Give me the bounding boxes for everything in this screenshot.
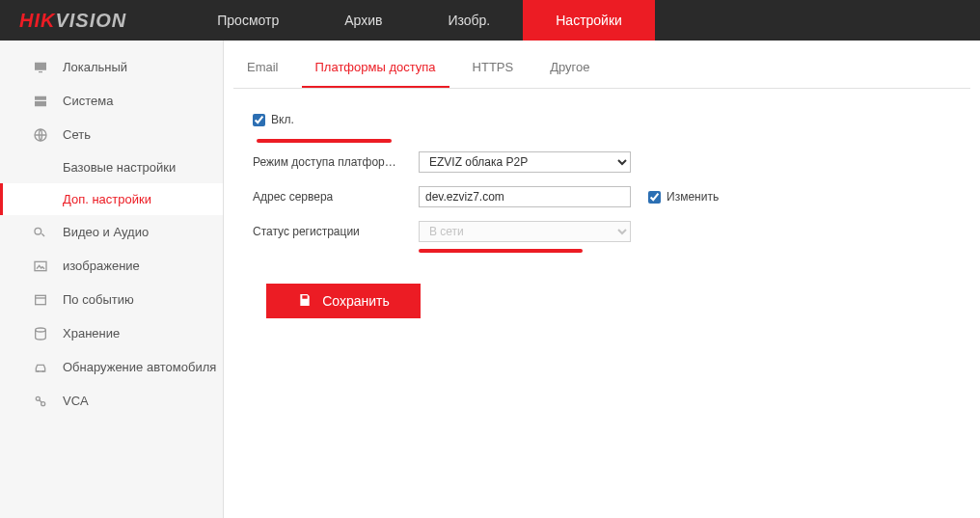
sidebar-label: Система [63, 94, 113, 108]
enable-label: Вкл. [271, 113, 294, 126]
save-button[interactable]: Сохранить [266, 284, 421, 318]
sidebar-subitem-advanced[interactable]: Доп. настройки [0, 183, 223, 215]
nav-item-settings[interactable]: Настройки [523, 0, 655, 41]
sidebar-item-network[interactable]: Сеть [0, 118, 223, 151]
sidebar-item-event[interactable]: По событию [0, 283, 223, 316]
image-icon [32, 258, 49, 275]
reg-status-row: Статус регистрации В сети [253, 220, 951, 243]
sidebar-label: По событию [63, 292, 134, 307]
tab-access-platforms[interactable]: Платформы доступа [302, 50, 449, 88]
sidebar-label: Сеть [63, 127, 91, 142]
car-icon [32, 359, 49, 376]
event-icon [32, 291, 49, 309]
nav-item-archive[interactable]: Архив [312, 0, 415, 41]
server-addr-input[interactable] [419, 186, 631, 207]
svg-point-5 [37, 370, 39, 372]
server-addr-row: Адрес сервера Изменить [253, 185, 951, 208]
enable-checkbox[interactable] [253, 114, 265, 126]
sidebar-item-system[interactable]: Система [0, 84, 223, 118]
highlight-marker [257, 139, 392, 143]
nav-item-preview[interactable]: Просмотр [184, 0, 312, 41]
logo-part1: HIK [19, 10, 55, 32]
sidebar-label: VCA [63, 394, 89, 408]
system-icon [32, 93, 49, 110]
sidebar-label: Хранение [63, 326, 120, 341]
tabs: Email Платформы доступа HTTPS Другое [233, 41, 970, 89]
sidebar-label: Обнаружение автомобиля [63, 360, 216, 374]
tab-email[interactable]: Email [233, 50, 292, 88]
enable-row: Вкл. [253, 108, 951, 131]
monitor-icon [32, 59, 49, 76]
sidebar-label: Видео и Аудио [63, 225, 149, 239]
tab-https[interactable]: HTTPS [459, 50, 528, 88]
video-audio-icon [32, 224, 49, 241]
sidebar-subitem-basic[interactable]: Базовые настройки [0, 151, 223, 183]
sidebar-label: Локальный [63, 60, 127, 74]
logo: HIKVISION [19, 10, 126, 32]
sidebar-item-vca[interactable]: VCA [0, 384, 223, 418]
reg-status-select: В сети [419, 221, 631, 242]
modify-checkbox[interactable] [648, 191, 661, 204]
access-mode-row: Режим доступа платфор… EZVIZ облака P2P [253, 150, 951, 174]
reg-status-label: Статус регистрации [253, 225, 419, 238]
top-nav: Просмотр Архив Изобр. Настройки [184, 0, 655, 41]
svg-rect-3 [36, 295, 46, 304]
sidebar: Локальный Система Сеть Базовые настройки… [0, 41, 224, 518]
vca-icon [32, 393, 49, 410]
save-button-label: Сохранить [322, 293, 390, 309]
svg-point-6 [42, 370, 44, 372]
save-icon [297, 292, 313, 311]
tab-other[interactable]: Другое [536, 50, 603, 88]
modify-label: Изменить [667, 190, 719, 204]
storage-icon [32, 325, 49, 342]
sidebar-item-image[interactable]: изображение [0, 249, 223, 283]
content: Email Платформы доступа HTTPS Другое Вкл… [224, 41, 980, 518]
svg-point-1 [35, 228, 41, 234]
nav-item-image[interactable]: Изобр. [415, 0, 523, 41]
server-addr-label: Адрес сервера [253, 190, 419, 204]
sidebar-item-storage[interactable]: Хранение [0, 316, 223, 350]
sidebar-item-vehicle[interactable]: Обнаружение автомобиля [0, 350, 223, 384]
access-mode-select[interactable]: EZVIZ облака P2P [419, 151, 631, 173]
sidebar-label: изображение [63, 259, 140, 273]
svg-point-4 [36, 328, 46, 332]
modify-wrapper: Изменить [648, 190, 719, 204]
globe-icon [32, 126, 49, 144]
header: HIKVISION Просмотр Архив Изобр. Настройк… [0, 0, 980, 41]
logo-part2: VISION [55, 10, 126, 32]
highlight-marker-2 [419, 249, 583, 253]
sidebar-item-local[interactable]: Локальный [0, 50, 223, 84]
access-mode-label: Режим доступа платфор… [253, 155, 419, 169]
settings-form: Вкл. Режим доступа платфор… EZVIZ облака… [233, 89, 970, 318]
sidebar-item-video-audio[interactable]: Видео и Аудио [0, 215, 223, 249]
